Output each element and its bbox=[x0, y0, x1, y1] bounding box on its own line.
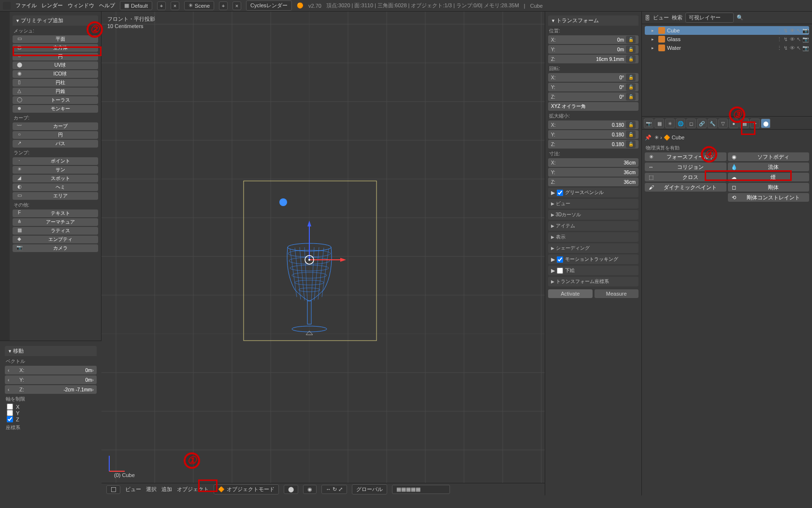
move-header[interactable]: 移動 bbox=[5, 346, 97, 356]
tab-texture[interactable]: ▦ bbox=[740, 119, 749, 128]
lamp-item-2[interactable]: ◢スポット bbox=[13, 175, 98, 182]
properties-tabs[interactable]: 📷 ▦ ✳ 🌐 ◻ 🔗 🔧 ▽ ● ▦ ✦ ⬤ bbox=[642, 116, 812, 130]
physics-剛体コンストレイント[interactable]: ⟲剛体コンストレイント bbox=[728, 193, 810, 202]
eye-icon[interactable]: 👁 bbox=[790, 36, 795, 43]
tab-constraints[interactable]: 🔗 bbox=[697, 119, 707, 128]
cursor-icon[interactable]: ↖ bbox=[797, 28, 801, 34]
scene-remove[interactable]: × bbox=[232, 1, 241, 10]
scl-y[interactable]: Y:0.180🔓 bbox=[548, 130, 638, 139]
rot-y[interactable]: Y:0°🔓 bbox=[548, 83, 638, 91]
n-section-2[interactable]: 3Dカーソル bbox=[548, 210, 638, 220]
cursor-icon[interactable]: ↖ bbox=[797, 36, 801, 43]
layout-add[interactable]: + bbox=[157, 1, 166, 10]
camera-icon[interactable]: 📷 bbox=[802, 28, 809, 34]
mode-select[interactable]: 🔶 オブジェクトモード bbox=[214, 484, 279, 494]
curve-item-0[interactable]: 〰カーブ bbox=[13, 122, 98, 130]
vec-z[interactable]: ‹Z:-2cm -7.1mm› bbox=[5, 385, 97, 394]
mesh-item-1[interactable]: ◻立方体 bbox=[13, 44, 98, 52]
loc-x[interactable]: X:0m🔓 bbox=[548, 35, 638, 44]
camera-icon[interactable]: 📷 bbox=[802, 45, 809, 51]
physics-剛体[interactable]: ◻剛体 bbox=[728, 183, 810, 192]
cursor-icon[interactable]: ↖ bbox=[797, 45, 801, 51]
mesh-item-0[interactable]: ▭平面 bbox=[13, 35, 98, 43]
mesh-item-7[interactable]: ◯トーラス bbox=[13, 96, 98, 104]
physics-煙[interactable]: ☁煙 bbox=[728, 173, 810, 181]
menu-window[interactable]: ウィンドウ bbox=[68, 2, 94, 9]
tab-material[interactable]: ● bbox=[729, 119, 739, 128]
measure-button[interactable]: Measure bbox=[594, 289, 639, 298]
loc-y[interactable]: Y:0m🔓 bbox=[548, 45, 638, 54]
dim-z[interactable]: Z:36cm bbox=[548, 178, 638, 186]
manipulator-toggles[interactable]: ↔ ↻ ⤢ bbox=[321, 485, 347, 494]
tab-scene[interactable]: ✳ bbox=[665, 119, 675, 128]
n-section-6[interactable]: ▶ モーショントラッキング bbox=[548, 254, 638, 264]
n-section-5[interactable]: シェーディング bbox=[548, 243, 638, 253]
scl-x[interactable]: X:0.180🔓 bbox=[548, 120, 638, 129]
tab-physics[interactable]: ⬤ bbox=[761, 119, 770, 128]
eye-icon[interactable]: 👁 bbox=[790, 28, 795, 34]
activate-button[interactable]: Activate bbox=[548, 289, 593, 298]
scl-z[interactable]: Z:0.180🔓 bbox=[548, 140, 638, 149]
tab-render[interactable]: 📷 bbox=[644, 119, 653, 128]
scene-add[interactable]: + bbox=[219, 1, 228, 10]
menu-render[interactable]: レンダー bbox=[42, 2, 63, 9]
physics-ダイナミックペイント[interactable]: 🖌ダイナミックペイント bbox=[645, 183, 726, 192]
mesh-item-8[interactable]: ☻モンキー bbox=[13, 105, 98, 113]
rot-z[interactable]: Z:0°🔓 bbox=[548, 92, 638, 101]
menu-help[interactable]: ヘルプ bbox=[99, 2, 115, 9]
filter-icon[interactable]: 🔍 bbox=[737, 15, 743, 21]
dim-y[interactable]: Y:36cm bbox=[548, 168, 638, 177]
scene-select[interactable]: ✳ Scene bbox=[184, 1, 214, 10]
other-item-0[interactable]: Fテキスト bbox=[13, 209, 98, 217]
n-section-7[interactable]: ▶ 下絵 bbox=[548, 266, 638, 275]
other-item-1[interactable]: ⋔アーマチュア bbox=[13, 218, 98, 226]
dim-x[interactable]: X:36cm bbox=[548, 158, 638, 167]
tab-particles[interactable]: ✦ bbox=[750, 119, 760, 128]
lamp-item-4[interactable]: ▭エリア bbox=[13, 192, 98, 200]
lamp-item-0[interactable]: ·ポイント bbox=[13, 157, 98, 165]
loc-z[interactable]: Z:16cm 9.1mm🔓 bbox=[548, 55, 638, 63]
rot-mode[interactable]: XYZ オイラー角 bbox=[548, 102, 638, 111]
n-section-0[interactable]: ▶ グリースペンシル bbox=[548, 188, 638, 197]
camera-icon[interactable]: 📷 bbox=[802, 36, 809, 43]
n-section-4[interactable]: 表示 bbox=[548, 232, 638, 242]
outliner-header[interactable]: 🗄 ビュー 検索 可視レイヤー 🔍 bbox=[642, 12, 812, 24]
mesh-item-5[interactable]: ▯円柱 bbox=[13, 79, 98, 87]
primitive-add-header[interactable]: プリミティブ追加 bbox=[13, 15, 98, 26]
outliner-row-glass[interactable]: ▸Glass⋮ ↯👁↖📷 bbox=[645, 35, 809, 44]
physics-クロス[interactable]: ⬚クロス bbox=[645, 173, 726, 181]
outliner-filter[interactable]: 可視レイヤー bbox=[685, 13, 734, 23]
shading-select[interactable]: ⬤ bbox=[284, 485, 298, 494]
vf-view[interactable]: ビュー bbox=[125, 486, 141, 493]
n-section-8[interactable]: トランスフォーム座標系 bbox=[548, 277, 638, 286]
mesh-item-6[interactable]: △円錐 bbox=[13, 88, 98, 95]
mesh-item-4[interactable]: ◉ICO球 bbox=[13, 70, 98, 78]
rot-x[interactable]: X:0°🔓 bbox=[548, 73, 638, 82]
vec-y[interactable]: ‹Y:0m› bbox=[5, 375, 97, 384]
curve-item-1[interactable]: ○円 bbox=[13, 131, 98, 139]
physics-流体[interactable]: 💧流体 bbox=[728, 163, 810, 171]
layout-remove[interactable]: × bbox=[171, 1, 179, 10]
vf-add[interactable]: 追加 bbox=[161, 486, 172, 493]
viewport-header[interactable]: 🞎 ビュー 選択 追加 オブジェクト 🔶 オブジェクトモード ⬤ ◉ ↔ ↻ ⤢… bbox=[102, 483, 545, 495]
constrain-x[interactable] bbox=[7, 403, 13, 410]
vf-select[interactable]: 選択 bbox=[146, 486, 157, 493]
transform-header[interactable]: トランスフォーム bbox=[548, 15, 638, 26]
curve-item-2[interactable]: ↗パス bbox=[13, 140, 98, 148]
toolshelf-tabs[interactable] bbox=[0, 12, 10, 341]
lamp-item-3[interactable]: ◐ヘミ bbox=[13, 183, 98, 191]
mesh-item-2[interactable]: ○円 bbox=[13, 53, 98, 60]
tab-layers[interactable]: ▦ bbox=[654, 119, 664, 128]
menu-file[interactable]: ファイル bbox=[15, 2, 37, 9]
outliner-row-water[interactable]: ▸Water⋮ ↯👁↖📷 bbox=[645, 44, 809, 52]
viewport-3d[interactable]: フロント・平行投影 10 Centimeters bbox=[102, 12, 545, 495]
mesh-item-3[interactable]: ⬤UV球 bbox=[13, 61, 98, 69]
pivot-select[interactable]: ◉ bbox=[303, 485, 317, 494]
other-item-4[interactable]: 📷カメラ bbox=[13, 244, 98, 252]
lamp-item-1[interactable]: ☀サン bbox=[13, 166, 98, 174]
vec-x[interactable]: ‹X:0m› bbox=[5, 366, 97, 374]
orient-select[interactable]: グローバル bbox=[352, 484, 387, 494]
info-header[interactable]: ファイル レンダー ウィンドウ ヘルプ ▦ Default + × ✳ Scen… bbox=[0, 0, 812, 12]
editor-type-icon[interactable]: 🞎 bbox=[106, 485, 120, 494]
physics-フォースフィールド[interactable]: ✳フォースフィールド bbox=[645, 152, 726, 161]
